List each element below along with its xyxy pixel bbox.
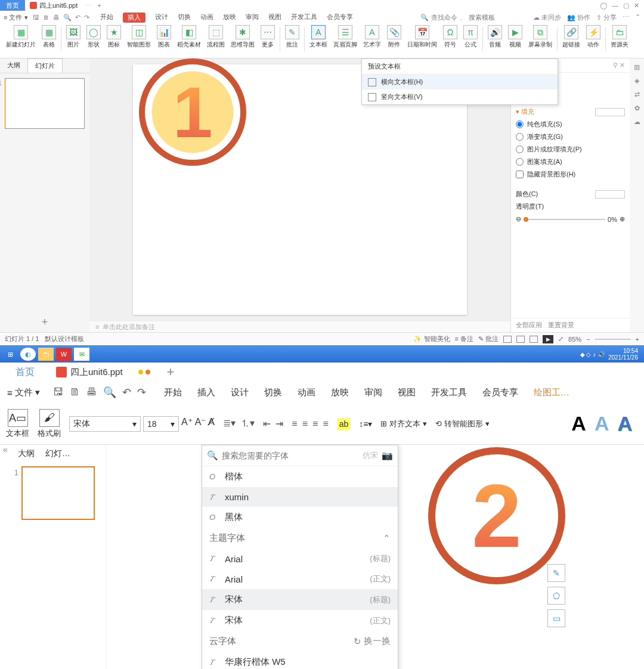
undo-icon[interactable]: ↶ — [75, 14, 80, 21]
minimize-icon[interactable]: — — [612, 2, 618, 10]
print-icon[interactable]: 🖶 — [53, 14, 60, 21]
outdent-icon[interactable]: ⇤ — [263, 418, 271, 429]
chart-button[interactable]: 📊图表 — [154, 25, 174, 49]
tab-review[interactable]: 审阅 — [246, 13, 259, 23]
datetime-button[interactable]: 📅日期和时间 — [405, 25, 439, 49]
view-normal-icon[interactable] — [503, 336, 512, 343]
redo-icon[interactable]: ↷ — [137, 386, 146, 399]
tab-member[interactable]: 会员专享 — [327, 13, 353, 23]
tray-icons[interactable]: ◆ ◇ ♪ 🔊 — [580, 351, 605, 358]
tab-view[interactable]: 视图 — [268, 13, 281, 23]
theme-font-1[interactable]: 𝑇Arial(标题) — [202, 549, 398, 569]
align-left-icon[interactable]: ≡ — [292, 419, 297, 429]
preview-icon[interactable]: 🔍 — [103, 386, 116, 399]
textbox-button[interactable]: A文本框 — [307, 25, 330, 49]
zoom-slider[interactable] — [595, 339, 631, 340]
transparency-slider[interactable]: ⊖0%⊕ — [511, 213, 630, 225]
audio-button[interactable]: 🔊音频 — [485, 25, 504, 49]
tab-draw[interactable]: 绘图工… — [534, 387, 569, 398]
fill-picture-radio[interactable] — [516, 145, 524, 153]
view-sorter-icon[interactable] — [516, 336, 525, 343]
more-button[interactable]: ⋯更多 — [258, 25, 277, 49]
grow-font-icon[interactable]: A⁺ — [181, 416, 193, 432]
side-prop-icon[interactable]: ▥ — [634, 63, 640, 71]
tab2-document[interactable]: 四上unit6.ppt — [50, 364, 129, 380]
explorer-icon[interactable]: 🗀 — [38, 348, 54, 361]
tab-start[interactable]: 开始 — [100, 13, 113, 23]
fill-solid-radio[interactable] — [516, 120, 524, 128]
fill-gradient-radio[interactable] — [516, 133, 524, 141]
save-icon[interactable]: 🖫 — [33, 14, 39, 21]
side-trans-icon[interactable]: ⇄ — [634, 91, 640, 98]
collab-button[interactable]: 👥 协作 — [567, 13, 590, 22]
font-suggestion[interactable]: 仿宋 — [363, 450, 378, 461]
comment-button[interactable]: ✎批注 — [283, 25, 302, 49]
symbol-button[interactable]: Ω符号 — [441, 25, 460, 49]
video-button[interactable]: ▶视频 — [506, 25, 525, 49]
rect-tool-icon[interactable]: ▭ — [547, 609, 565, 627]
align-justify-icon[interactable]: ≡ — [323, 419, 328, 429]
file-menu2[interactable]: ≡ 文件 ▾ — [7, 387, 40, 398]
reset-bg-button[interactable]: 重置背景 — [548, 321, 574, 330]
shape-tool-icon[interactable]: ⬠ — [547, 587, 565, 605]
shrink-font-icon[interactable]: A⁻ — [195, 416, 206, 432]
gallery-button[interactable]: ◧稻壳素材 — [175, 25, 203, 49]
format-painter-button[interactable]: 🖌格式刷 — [38, 409, 61, 439]
more-icon[interactable]: ⋯ — [623, 13, 629, 22]
preset-textbox-item[interactable]: 预设文本框 — [362, 59, 558, 75]
preview-icon[interactable]: 🔍 — [63, 14, 72, 21]
theme-font-3[interactable]: 𝑇宋体(标题) — [202, 589, 398, 610]
textbox-button[interactable]: A▭文本框 — [6, 409, 29, 439]
wordart-gallery[interactable]: A A A — [571, 412, 638, 435]
align-center-icon[interactable]: ≡ — [302, 419, 308, 429]
view-reading-icon[interactable] — [530, 336, 538, 343]
zoom-in-icon[interactable]: + — [636, 336, 639, 343]
indent-icon[interactable]: ⇥ — [275, 418, 283, 429]
fill-preset-select[interactable] — [595, 108, 625, 116]
redo-icon[interactable]: ↷ — [84, 14, 89, 21]
pen-tool-icon[interactable]: ✎ — [547, 564, 565, 582]
cloud-fonts-header[interactable]: 云字体↻ 换一换 — [202, 631, 398, 652]
image-button[interactable]: 🖼图片 — [64, 25, 83, 49]
collapse-icon[interactable]: ⌃ — [635, 13, 640, 22]
tab-add[interactable]: + — [97, 2, 101, 9]
tab-anim[interactable]: 动画 — [200, 13, 213, 23]
close-icon[interactable]: ✕ — [634, 2, 639, 10]
attach-button[interactable]: 📎附件 — [385, 25, 404, 49]
tab-view[interactable]: 视图 — [398, 387, 416, 398]
wps-icon[interactable]: W — [56, 348, 72, 361]
notes-bar[interactable]: ≡ 单击此处添加备注 — [89, 321, 510, 332]
bullets-icon[interactable]: ≣▾ — [223, 417, 236, 430]
clear-format-icon[interactable]: A̸ — [208, 416, 215, 432]
table-button[interactable]: ▦表格 — [39, 25, 58, 49]
outline-tab-text[interactable]: 大纲 — [18, 448, 35, 459]
zoom-out-icon[interactable]: − — [586, 336, 590, 343]
shape-button[interactable]: ◯形状 — [84, 25, 103, 49]
saveas-icon[interactable]: 🗎 — [43, 14, 49, 21]
beautify-button[interactable]: ✨ 智能美化 — [413, 335, 450, 343]
wordart-button[interactable]: A艺术字 — [361, 25, 383, 49]
side-design-icon[interactable]: ✿ — [634, 104, 640, 112]
smartart-button[interactable]: ◫智能图形 — [125, 25, 153, 49]
tab-insert[interactable]: 插入 — [123, 13, 145, 23]
slideshow-button[interactable]: ▶ — [543, 335, 553, 343]
align-right-icon[interactable]: ≡ — [312, 419, 318, 429]
slide-thumb2-1[interactable]: 1 — [21, 466, 95, 520]
tab-transition[interactable]: 切换 — [264, 387, 282, 398]
panel-pin-icon[interactable]: ⚲ ✕ — [613, 61, 625, 69]
browser-icon[interactable]: ◐ — [20, 348, 36, 361]
tab-home[interactable]: 首页 — [0, 0, 25, 11]
tab-play[interactable]: 放映 — [331, 387, 349, 398]
side-anim-icon[interactable]: ◈ — [634, 77, 639, 85]
font-search-input[interactable] — [222, 451, 359, 460]
file-menu[interactable]: ≡ 文件 ▾ — [4, 13, 28, 22]
tab-design[interactable]: 设计 — [155, 13, 168, 23]
cloud-font-1[interactable]: 𝑇华康行楷体 W5 — [202, 652, 398, 669]
canvas-area2[interactable]: 2 ✎ ⬠ ▭ 🔍 仿宋 📷 O楷体 𝑇xumin O黑体 主题字体⌃ 𝑇Ari… — [106, 445, 644, 669]
tab-member[interactable]: 会员专享 — [482, 387, 518, 398]
sync-status[interactable]: ☁ 未同步 — [533, 13, 561, 22]
theme-font-4[interactable]: 𝑇宋体(正文) — [202, 610, 398, 631]
tab-anim[interactable]: 动画 — [298, 387, 315, 398]
color-select[interactable] — [595, 190, 625, 199]
mindmap-button[interactable]: ✱思维导图 — [228, 25, 257, 49]
